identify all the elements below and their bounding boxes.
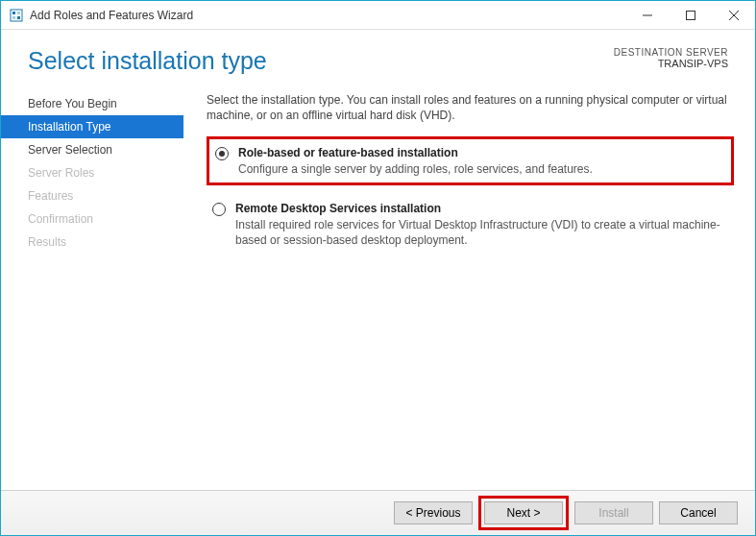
step-features: Features (1, 184, 183, 207)
install-button: Install (574, 501, 653, 524)
page-heading: Select installation type (28, 47, 267, 75)
cancel-button[interactable]: Cancel (659, 501, 738, 524)
option-role-based[interactable]: Role-based or feature-based installation… (207, 136, 734, 185)
step-before-you-begin[interactable]: Before You Begin (1, 92, 183, 115)
destination-server-block: DESTINATION SERVER TRANSIP-VPS (614, 47, 728, 69)
svg-rect-3 (12, 16, 15, 19)
destination-label: DESTINATION SERVER (614, 47, 728, 58)
maximize-button[interactable] (669, 1, 712, 29)
option-text: Role-based or feature-based installation… (238, 145, 723, 177)
step-server-selection[interactable]: Server Selection (1, 138, 183, 161)
option-description: Install required role services for Virtu… (235, 217, 726, 248)
next-button-wrap: Next > (478, 496, 569, 530)
destination-name: TRANSIP-VPS (614, 58, 728, 69)
close-button[interactable] (712, 1, 755, 29)
install-button-wrap: Install (574, 501, 653, 524)
header: Select installation type DESTINATION SER… (1, 30, 755, 85)
previous-button[interactable]: < Previous (394, 501, 473, 524)
option-title: Remote Desktop Services installation (235, 201, 726, 217)
minimize-button[interactable] (625, 1, 669, 29)
svg-rect-6 (686, 11, 695, 19)
next-button[interactable]: Next > (484, 501, 563, 524)
option-remote-desktop[interactable]: Remote Desktop Services installation Ins… (207, 195, 734, 254)
previous-button-wrap: < Previous (394, 501, 473, 524)
svg-rect-1 (12, 12, 15, 14)
footer-button-bar: < Previous Next > Install Cancel (1, 490, 755, 535)
step-confirmation: Confirmation (1, 207, 183, 231)
app-icon (9, 8, 24, 23)
option-title: Role-based or feature-based installation (238, 145, 723, 161)
radio-icon (215, 147, 229, 160)
svg-rect-2 (17, 12, 20, 14)
step-results: Results (1, 231, 183, 254)
step-server-roles: Server Roles (1, 161, 183, 184)
wizard-steps-sidebar: Before You Begin Installation Type Serve… (1, 85, 183, 473)
main-content: Select the installation type. You can in… (183, 85, 755, 473)
option-description: Configure a single server by adding role… (238, 161, 723, 177)
intro-text: Select the installation type. You can in… (207, 92, 734, 123)
svg-rect-0 (11, 10, 22, 21)
cancel-button-wrap: Cancel (659, 501, 738, 524)
window-title: Add Roles and Features Wizard (30, 9, 625, 22)
option-text: Remote Desktop Services installation Ins… (235, 201, 726, 248)
svg-rect-4 (17, 16, 20, 19)
radio-icon (212, 203, 226, 216)
title-bar: Add Roles and Features Wizard (1, 1, 755, 30)
window-controls (625, 1, 755, 29)
body: Before You Begin Installation Type Serve… (1, 85, 755, 473)
step-installation-type[interactable]: Installation Type (1, 115, 183, 138)
